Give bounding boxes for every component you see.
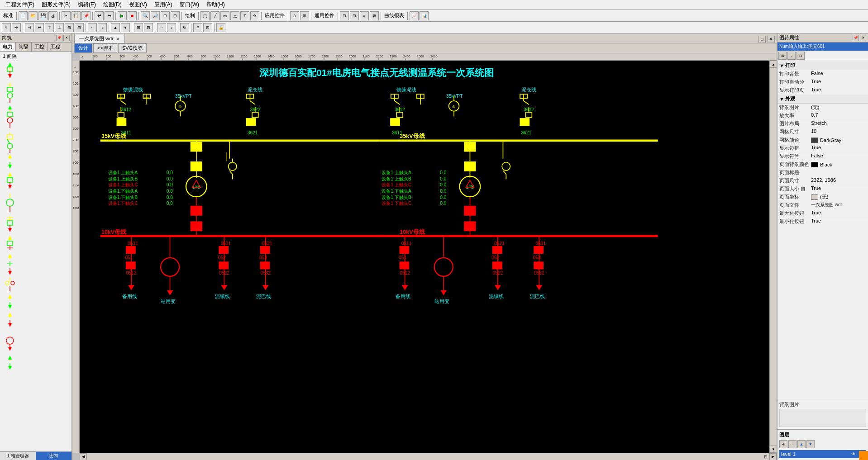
- diagram-canvas[interactable]: 深圳德百实配01#电房电气接点无线测温系统一次系统图 馈缘泥线: [80, 61, 769, 453]
- btn-align-l[interactable]: ⊣: [25, 23, 34, 32]
- btn-paste[interactable]: 📌: [81, 11, 91, 20]
- gridcolor-swatch[interactable]: [811, 138, 818, 143]
- layer-btn-add[interactable]: +: [779, 440, 787, 448]
- btn-com1[interactable]: ⊡: [340, 11, 349, 20]
- menu-item-help[interactable]: 帮助(H): [203, 0, 229, 9]
- btn-poly[interactable]: △: [230, 11, 239, 20]
- svg-text:400: 400: [133, 55, 138, 58]
- right-panel-pin[interactable]: 📌: [853, 35, 859, 41]
- left-tab-bay[interactable]: 间隔: [16, 43, 32, 51]
- btn-curve1[interactable]: 📈: [410, 11, 419, 20]
- btn-arc[interactable]: ◯: [200, 11, 210, 20]
- btn-stop[interactable]: ■: [128, 11, 137, 20]
- diagram-maximize[interactable]: □: [758, 36, 766, 43]
- appearance-group-title[interactable]: ▼ 外观: [777, 95, 868, 104]
- layer-item-row[interactable]: level 1 👁 🔒: [779, 450, 866, 458]
- btn-group[interactable]: ⊞: [134, 23, 143, 32]
- btn-cut[interactable]: ✂: [62, 11, 71, 20]
- menu-item-file[interactable]: 工程文件(P): [2, 0, 38, 9]
- btn-app2[interactable]: ⊞: [300, 11, 309, 20]
- print-group-title[interactable]: ▼ 打印: [777, 61, 868, 70]
- diagram-tab[interactable]: 一次系统图.wdr ✕: [74, 34, 125, 43]
- menu-item-edit[interactable]: 编辑(E): [74, 0, 100, 9]
- menu-item-draw[interactable]: 绘图(D): [100, 0, 125, 9]
- svg-marker-44: [8, 254, 12, 258]
- vscroll-up[interactable]: ▲: [770, 61, 777, 68]
- btn-zoom-in[interactable]: 🔍: [141, 11, 150, 20]
- prop-btn-3[interactable]: ⊟: [796, 52, 805, 60]
- btn-zoom-out[interactable]: 🔎: [151, 11, 160, 20]
- btn-align-t[interactable]: ⊤: [45, 23, 54, 32]
- btn-rotate[interactable]: ↻: [180, 23, 189, 32]
- btn-grid[interactable]: #: [193, 23, 202, 32]
- btn-front[interactable]: ▲: [111, 23, 120, 32]
- btn-text[interactable]: T: [240, 11, 249, 20]
- svg-text:500: 500: [147, 55, 152, 58]
- diagram-close-btn[interactable]: ✕: [768, 36, 775, 43]
- btn-zoom-select[interactable]: ⊟: [171, 11, 180, 20]
- btn-lock[interactable]: 🔒: [216, 23, 225, 32]
- btn-align-ch[interactable]: ⊞: [65, 23, 74, 32]
- bg-color-swatch[interactable]: [811, 162, 818, 167]
- btn-play[interactable]: ▶: [118, 11, 127, 20]
- btn-rect[interactable]: ▭: [220, 11, 229, 20]
- vscroll-down[interactable]: ▼: [770, 446, 777, 453]
- bottom-tab-symbol[interactable]: 图符: [36, 452, 72, 460]
- btn-new[interactable]: 📄: [19, 11, 28, 20]
- btn-zoom-fit[interactable]: ⊡: [161, 11, 170, 20]
- btn-redo[interactable]: ↪: [105, 11, 114, 20]
- subtabs-bar: 设计 <>脚本 SVG预览: [72, 43, 777, 53]
- menu-item-window[interactable]: 窗口(W): [176, 0, 203, 9]
- menu-item-app[interactable]: 应用(A): [151, 0, 176, 9]
- btn-curve2[interactable]: 📊: [420, 11, 429, 20]
- btn-dist-h[interactable]: ↔: [88, 23, 97, 32]
- btn-undo[interactable]: ↩: [95, 11, 104, 20]
- bottom-tab-proj-mgr[interactable]: 工程管理器: [0, 452, 36, 460]
- vscroll-track[interactable]: [770, 68, 777, 446]
- subtab-script[interactable]: <>脚本: [93, 43, 117, 53]
- btn-com2[interactable]: ⊟: [350, 11, 359, 20]
- btn-print[interactable]: 🖨: [48, 11, 57, 20]
- btn-align-r[interactable]: ⊢: [35, 23, 44, 32]
- btn-copy[interactable]: 📋: [72, 11, 81, 20]
- left-tab-project[interactable]: 工程: [48, 43, 63, 51]
- layer-btn-down[interactable]: ▼: [806, 440, 815, 448]
- btn-dist-v[interactable]: ↕: [98, 23, 107, 32]
- btn-align-b[interactable]: ⊥: [55, 23, 64, 32]
- btn-flip-v[interactable]: ↕: [167, 23, 176, 32]
- diagram-tab-close[interactable]: ✕: [116, 37, 120, 41]
- btn-align-cv[interactable]: ⊟: [75, 23, 84, 32]
- prop-btn-1[interactable]: ⊞: [778, 52, 787, 60]
- btn-ungroup[interactable]: ⊟: [144, 23, 153, 32]
- prop-btn-2[interactable]: ≡: [787, 52, 796, 60]
- menu-item-view[interactable]: 视图(V): [125, 0, 151, 9]
- print-group: ▼ 打印 打印背景 False 打印自动分 True 显示打印页 True: [777, 61, 868, 95]
- subtab-design[interactable]: 设计: [74, 43, 92, 53]
- left-panel-pin[interactable]: 📌: [56, 35, 62, 41]
- hscroll-right[interactable]: ▶: [769, 453, 777, 460]
- btn-symbol[interactable]: ※: [250, 11, 259, 20]
- left-tab-iec[interactable]: 工控: [32, 43, 48, 51]
- btn-select[interactable]: ↖: [2, 23, 11, 32]
- btn-com4[interactable]: ⊠: [370, 11, 379, 20]
- hscroll-left[interactable]: ◀: [80, 453, 87, 460]
- subtab-svg[interactable]: SVG预览: [118, 43, 147, 53]
- btn-open[interactable]: 📂: [29, 11, 38, 20]
- btn-line[interactable]: ╱: [210, 11, 219, 20]
- layer-btn-delete[interactable]: -: [788, 440, 796, 448]
- btn-move[interactable]: ✛: [12, 23, 21, 32]
- btn-back[interactable]: ▼: [121, 23, 130, 32]
- btn-com3[interactable]: ≡: [360, 11, 369, 20]
- v-scrollbar[interactable]: ▲ ▼: [769, 61, 777, 453]
- btn-app1[interactable]: A: [290, 11, 299, 20]
- left-panel-close[interactable]: ✕: [63, 35, 70, 41]
- right-panel-close[interactable]: ✕: [860, 35, 866, 41]
- btn-save[interactable]: 💾: [38, 11, 48, 20]
- tree-item-bay1[interactable]: 1.间隔: [1, 52, 71, 60]
- layer-btn-up[interactable]: ▲: [797, 440, 806, 448]
- menu-item-graphic[interactable]: 图形文件(B): [38, 0, 74, 9]
- left-tab-power[interactable]: 电力: [0, 43, 16, 51]
- layer-visible-btn[interactable]: 👁: [850, 451, 856, 457]
- btn-snap[interactable]: ⊡: [203, 23, 212, 32]
- btn-flip-h[interactable]: ↔: [157, 23, 166, 32]
